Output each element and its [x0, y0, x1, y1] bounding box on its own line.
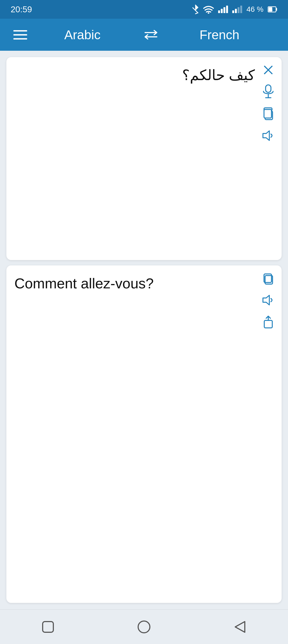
bottom-nav: [0, 609, 288, 644]
svg-point-17: [138, 621, 150, 633]
menu-button[interactable]: [13, 30, 27, 40]
microphone-button[interactable]: [262, 84, 275, 99]
toolbar: Arabic French: [0, 19, 288, 51]
input-arabic-text[interactable]: كيف حالكم؟: [182, 65, 274, 85]
status-icons: 46 %: [191, 4, 277, 14]
output-actions: [261, 272, 275, 329]
svg-rect-6: [266, 85, 271, 92]
signal-icon-2: [232, 6, 242, 13]
svg-rect-10: [264, 109, 271, 118]
copy-output-button[interactable]: [262, 272, 275, 286]
wifi-icon: [203, 5, 214, 14]
status-time: 20:59: [11, 5, 32, 14]
share-output-button[interactable]: [262, 315, 275, 329]
battery-percent: 46 %: [246, 5, 263, 14]
speak-output-button[interactable]: [261, 294, 275, 307]
source-language-label[interactable]: Arabic: [27, 28, 138, 42]
swap-languages-button[interactable]: [138, 29, 164, 41]
signal-icon: [218, 6, 228, 13]
recents-button[interactable]: [40, 620, 56, 634]
input-actions: [261, 64, 275, 142]
home-button[interactable]: [136, 619, 152, 635]
input-card: كيف حالكم؟: [6, 57, 282, 260]
speak-input-button[interactable]: [261, 129, 275, 142]
svg-rect-16: [43, 622, 53, 632]
input-text-area: كيف حالكم؟: [14, 65, 274, 252]
battery-icon: [268, 6, 277, 13]
svg-marker-14: [263, 295, 269, 305]
svg-point-0: [208, 12, 209, 14]
status-bar: 20:59 46 %: [0, 0, 288, 19]
back-button[interactable]: [232, 620, 248, 634]
target-language-label[interactable]: French: [164, 28, 275, 42]
svg-rect-15: [264, 320, 272, 328]
clear-input-button[interactable]: [262, 64, 275, 76]
svg-rect-2: [276, 8, 277, 11]
bluetooth-icon: [191, 4, 199, 14]
copy-input-button[interactable]: [262, 107, 275, 121]
svg-marker-11: [263, 131, 269, 140]
output-card: Comment allez-vous?: [6, 265, 282, 603]
svg-marker-18: [235, 622, 245, 632]
main-content: كيف حالكم؟: [0, 51, 288, 609]
translated-text: Comment allez-vous?: [14, 273, 274, 294]
